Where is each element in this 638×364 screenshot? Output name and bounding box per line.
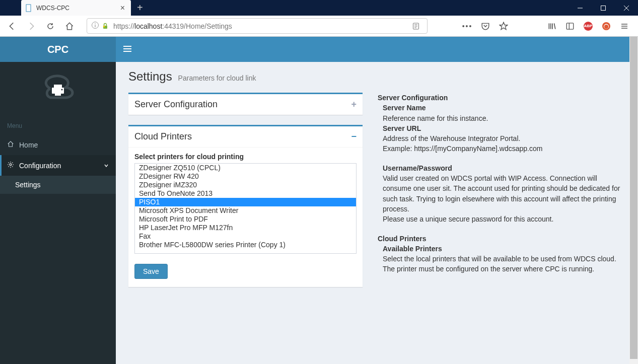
printer-option[interactable]: Microsoft XPS Document Writer <box>135 206 356 215</box>
nav-forward-button[interactable] <box>23 18 39 34</box>
window-close-button[interactable] <box>615 0 638 16</box>
sidebar-item-label: Configuration <box>19 162 61 170</box>
printer-multiselect[interactable]: ZDesigner ZQ510 (CPCL)ZDesigner RW 420ZD… <box>134 163 357 254</box>
printer-option[interactable]: Microsoft Print to PDF <box>135 215 356 224</box>
printer-option[interactable]: Brother MFC-L5800DW series Printer (Copy… <box>135 241 356 249</box>
gear-icon <box>7 161 14 170</box>
sidebar-item-label: Home <box>19 141 38 149</box>
save-button[interactable]: Save <box>134 264 168 279</box>
tab-favicon <box>25 4 33 12</box>
printer-option[interactable]: ZDesigner iMZ320 <box>135 181 356 189</box>
nav-home-button[interactable] <box>61 18 78 34</box>
sidebar-toggle-icon[interactable] <box>563 20 577 33</box>
svg-rect-17 <box>566 23 574 29</box>
browser-navbar: https://localhost:44319/Home/Settings ••… <box>0 16 638 37</box>
window-controls <box>569 0 638 16</box>
page-title: Settings <box>128 69 172 83</box>
sidebar-printer-logo <box>0 62 116 117</box>
page-header: Settings Parameters for cloud link <box>128 69 625 84</box>
content-wrapper: Settings Parameters for cloud link Serve… <box>116 37 638 364</box>
printer-option[interactable]: PISO1 <box>135 198 356 206</box>
page-subtitle: Parameters for cloud link <box>178 74 256 82</box>
help-heading: Server Configuration <box>378 94 448 102</box>
vertical-scrollbar[interactable] <box>629 37 638 364</box>
printer-option[interactable]: Fax <box>135 232 356 241</box>
panel-server-configuration: Server Configuration + <box>128 93 363 115</box>
svg-rect-2 <box>601 6 606 10</box>
library-icon[interactable] <box>545 20 558 33</box>
content-area: Settings Parameters for cloud link Serve… <box>116 62 638 364</box>
help-text-line: Select the local printers that will be a… <box>383 255 616 263</box>
url-text: https://localhost:44319/Home/Settings <box>113 22 409 30</box>
page-actions-icon[interactable]: ••• <box>461 20 474 33</box>
printer-option[interactable]: ZDesigner RW 420 <box>135 172 356 181</box>
help-text-line: The printer must be configured on the se… <box>383 265 594 273</box>
svg-rect-25 <box>54 85 62 88</box>
svg-rect-7 <box>95 25 95 27</box>
topbar <box>116 37 638 62</box>
printer-option[interactable]: HP LaserJet Pro MFP M127fn <box>135 224 356 232</box>
help-subheading: Server URL <box>383 124 421 132</box>
panel-title: Cloud Printers <box>134 131 351 142</box>
home-icon <box>7 140 14 149</box>
help-subheading: Username/Password <box>383 164 452 172</box>
abp-icon[interactable]: ABP <box>582 20 595 33</box>
svg-rect-0 <box>26 5 31 12</box>
svg-rect-27 <box>55 92 61 96</box>
browser-tab[interactable]: WDCS-CPC × <box>21 0 131 16</box>
help-subheading: Available Printers <box>383 245 442 253</box>
sidebar-item-home[interactable]: Home <box>0 134 116 155</box>
help-text-line: Address of the Warehouse Integrator Port… <box>383 134 520 142</box>
printer-option[interactable]: Send To OneNote 2013 <box>135 189 356 198</box>
help-text-line: Reference name for this instance. <box>383 114 488 122</box>
collapse-icon[interactable]: − <box>351 131 357 142</box>
help-text-line: Example: https://[myCompanyName].wdcsapp… <box>383 144 542 153</box>
svg-point-6 <box>95 23 96 24</box>
help-heading: Cloud Printers <box>378 235 426 243</box>
help-text: Server Configuration Server Name Referen… <box>378 93 625 297</box>
expand-icon[interactable]: + <box>351 99 357 110</box>
select-printers-label: Select printers for cloud printing <box>134 153 357 161</box>
pocket-icon[interactable] <box>479 20 492 33</box>
duckduckgo-icon[interactable] <box>600 20 613 33</box>
nav-back-button[interactable] <box>4 18 20 34</box>
panel-header[interactable]: Cloud Printers − <box>128 126 363 148</box>
svg-point-28 <box>61 89 63 91</box>
tab-close-icon[interactable]: × <box>118 4 127 13</box>
svg-point-21 <box>604 25 608 29</box>
window-maximize-button[interactable] <box>592 0 615 16</box>
new-tab-button[interactable]: + <box>131 0 149 16</box>
svg-point-29 <box>10 164 12 166</box>
window-titlebar: WDCS-CPC × + <box>0 0 638 16</box>
bookmark-star-icon[interactable] <box>497 20 510 33</box>
panel-header[interactable]: Server Configuration + <box>128 94 363 115</box>
sidebar: CPC Menu Home Configuration Settings <box>0 37 116 364</box>
sidebar-item-configuration[interactable]: Configuration <box>0 155 116 176</box>
menu-header: Menu <box>0 117 116 134</box>
scrollbar-thumb[interactable] <box>630 37 637 359</box>
lock-warning-icon[interactable] <box>101 22 109 30</box>
panel-title: Server Configuration <box>134 99 351 110</box>
nav-reload-button[interactable] <box>42 18 58 34</box>
help-text-line: Please use a unique secure password for … <box>383 215 553 223</box>
app-menu-icon[interactable] <box>618 20 631 33</box>
sidebar-item-label: Settings <box>15 181 41 189</box>
sidebar-toggle-button[interactable] <box>123 45 131 54</box>
site-info-icon[interactable] <box>91 21 99 31</box>
url-bar[interactable]: https://localhost:44319/Home/Settings <box>87 18 428 34</box>
sidebar-subitem-settings[interactable]: Settings <box>0 176 116 194</box>
help-subheading: Server Name <box>383 104 426 112</box>
reader-mode-icon[interactable] <box>409 22 423 30</box>
window-minimize-button[interactable] <box>569 0 592 16</box>
tab-title: WDCS-CPC <box>36 5 118 12</box>
chevron-down-icon <box>104 162 109 170</box>
panel-cloud-printers: Cloud Printers − Select printers for clo… <box>128 125 363 287</box>
brand-logo[interactable]: CPC <box>0 37 116 62</box>
help-text-line: Valid user created on WDCS portal with W… <box>383 174 620 213</box>
page-viewport: CPC Menu Home Configuration Settings <box>0 37 638 364</box>
printer-option[interactable]: ZDesigner ZQ510 (CPCL) <box>135 164 356 172</box>
svg-line-16 <box>554 23 555 29</box>
